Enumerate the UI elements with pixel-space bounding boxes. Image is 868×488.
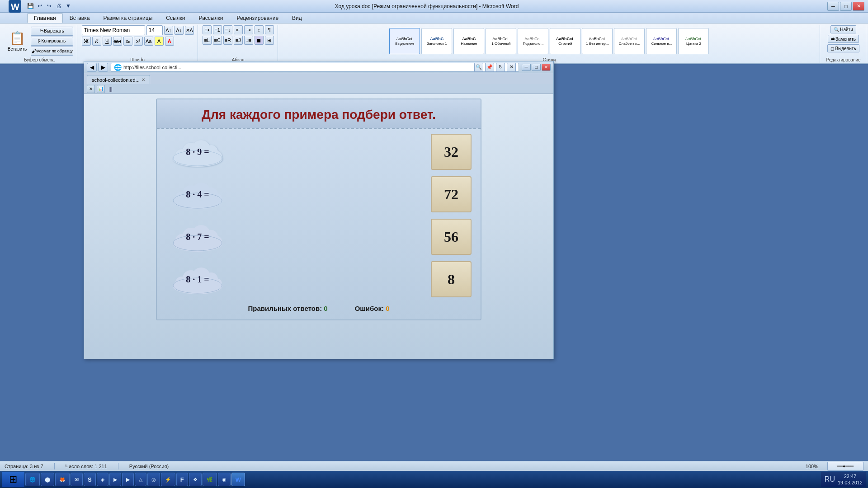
- tab-home[interactable]: Главная: [27, 13, 63, 23]
- app11-icon: ⚡: [165, 477, 171, 483]
- taskbar-app11[interactable]: ⚡: [161, 473, 175, 486]
- highlight-button[interactable]: А: [155, 37, 164, 46]
- qa-redo[interactable]: ↪: [45, 2, 53, 10]
- paste-button[interactable]: 📋 Вставить: [5, 27, 29, 55]
- forward-button[interactable]: ▶: [98, 63, 108, 72]
- grow-font-button[interactable]: A↑: [164, 26, 173, 35]
- superscript-button[interactable]: x²: [134, 37, 143, 46]
- address-bar[interactable]: 🌐 http://files.school-collecti... 🔍 📌 ↻ …: [111, 63, 519, 72]
- toolbar2-btn2[interactable]: 📊: [97, 85, 105, 93]
- underline-button[interactable]: Ч: [103, 37, 112, 46]
- find-button[interactable]: 🔍 Найти: [830, 25, 856, 33]
- strikethrough-button[interactable]: зач: [113, 37, 122, 46]
- browser-tab-1[interactable]: school-collection.ed... ✕: [87, 75, 150, 84]
- bullets-button[interactable]: ≡•: [203, 25, 212, 34]
- style-title[interactable]: AaBbC Название: [453, 28, 484, 54]
- stop-button[interactable]: ✕: [507, 63, 516, 72]
- font-name-input[interactable]: [82, 25, 145, 35]
- justify-button[interactable]: ≡J: [234, 36, 243, 45]
- format-painter-button[interactable]: 🖌 Формат по образцу: [31, 47, 73, 56]
- answer-box-4[interactable]: 8: [431, 261, 472, 297]
- taskbar-app9[interactable]: △: [135, 473, 146, 486]
- italic-button[interactable]: К: [92, 37, 101, 46]
- show-marks-button[interactable]: ¶: [265, 25, 274, 34]
- multilevel-button[interactable]: ≡↓: [223, 25, 232, 34]
- style-subtitle[interactable]: AaBbCcL Подзаголо...: [518, 28, 548, 54]
- taskbar-app14[interactable]: 🌿: [203, 473, 217, 486]
- qa-print[interactable]: 🖨: [55, 2, 63, 10]
- shading-button[interactable]: ◼: [255, 36, 264, 45]
- taskbar-firefox[interactable]: 🦊: [55, 473, 70, 486]
- align-right-button[interactable]: ≡R: [223, 36, 232, 45]
- style-quote2[interactable]: AaBbCcL Цитата 2: [678, 28, 709, 54]
- border-button[interactable]: ⊞: [265, 36, 274, 45]
- browser-minimize[interactable]: ─: [522, 64, 531, 71]
- qa-undo[interactable]: ↩: [36, 2, 44, 10]
- style-strong[interactable]: AaBbCcL Строгий: [550, 28, 580, 54]
- tab1-close[interactable]: ✕: [142, 77, 145, 82]
- search-address-button[interactable]: 🔍: [474, 63, 483, 72]
- browser-maximize[interactable]: □: [532, 64, 541, 71]
- lang-indicator[interactable]: RU: [825, 475, 835, 483]
- taskbar-app7[interactable]: ▶: [109, 473, 121, 486]
- align-left-button[interactable]: ≡L: [203, 36, 212, 45]
- taskbar-chrome[interactable]: ⬤: [41, 473, 54, 486]
- taskbar-app13[interactable]: ❖: [189, 473, 202, 486]
- taskbar-app10[interactable]: ◎: [147, 473, 160, 486]
- answer-box-2[interactable]: 72: [431, 176, 472, 212]
- close-button[interactable]: ✕: [853, 2, 864, 11]
- tab-insert[interactable]: Вставка: [63, 13, 97, 23]
- tab-review[interactable]: Рецензирование: [230, 13, 285, 23]
- sort-button[interactable]: ↕: [255, 25, 264, 34]
- style-highlight[interactable]: AaBbCcL Выделение: [389, 28, 420, 54]
- subscript-button[interactable]: x₂: [123, 37, 132, 46]
- tab-page-layout[interactable]: Разметка страницы: [96, 13, 159, 23]
- start-button[interactable]: ⊞: [2, 472, 24, 487]
- zoom-slider[interactable]: ━━●━━━: [827, 462, 863, 471]
- taskbar-outlook[interactable]: ✉: [71, 473, 83, 486]
- taskbar-ie[interactable]: 🌐: [25, 473, 40, 486]
- decrease-indent-button[interactable]: ⇤: [234, 25, 243, 34]
- qa-save[interactable]: 💾: [26, 2, 34, 10]
- clipboard-label: Буфер обмена: [24, 56, 55, 62]
- maximize-button[interactable]: □: [840, 2, 852, 11]
- browser-close[interactable]: ✕: [542, 64, 551, 71]
- clear-format-button[interactable]: ✕A: [185, 26, 194, 35]
- cut-button[interactable]: ✂ Вырезать: [31, 27, 73, 36]
- minimize-button[interactable]: ─: [827, 2, 839, 11]
- font-size-input[interactable]: [146, 25, 163, 35]
- answer-box-3[interactable]: 56: [431, 219, 472, 255]
- tab-references[interactable]: Ссылки: [159, 13, 192, 23]
- copy-button[interactable]: ⎘ Копировать: [31, 37, 73, 46]
- tab-mailings[interactable]: Рассылки: [192, 13, 230, 23]
- tab-view[interactable]: Вид: [285, 13, 309, 23]
- style-heading1[interactable]: AaBbC Заголовок 1: [421, 28, 452, 54]
- back-button[interactable]: ◀: [87, 63, 97, 72]
- line-spacing-button[interactable]: ↕≡: [244, 36, 253, 45]
- bold-button[interactable]: Ж: [82, 37, 91, 46]
- taskbar-skype[interactable]: S: [84, 473, 96, 486]
- taskbar-word[interactable]: W: [231, 473, 245, 486]
- toolbar2-btn1[interactable]: ✕: [87, 85, 95, 93]
- replace-button[interactable]: ⇄ Заменить: [828, 35, 859, 43]
- style-no-spacing[interactable]: AaBbCcL 1 Без интер...: [582, 28, 613, 54]
- style-strong-em[interactable]: AaBbCcL Сильное в...: [646, 28, 677, 54]
- align-center-button[interactable]: ≡C: [213, 36, 222, 45]
- taskbar-app8[interactable]: ▶: [122, 473, 134, 486]
- toolbar2-label: |||: [108, 86, 113, 92]
- font-color-button[interactable]: А: [165, 37, 174, 46]
- answer-box-1[interactable]: 32: [431, 134, 472, 170]
- taskbar-app12[interactable]: F: [176, 473, 188, 486]
- style-subtle-em[interactable]: AaBbCcL Слабое вы...: [614, 28, 645, 54]
- case-button[interactable]: Аа: [144, 37, 153, 46]
- select-button[interactable]: ◻ Выделить: [827, 44, 859, 52]
- increase-indent-button[interactable]: ⇥: [244, 25, 253, 34]
- taskbar-app15[interactable]: ◉: [218, 473, 231, 486]
- refresh-button[interactable]: ↻: [496, 63, 505, 72]
- shrink-font-button[interactable]: A↓: [175, 26, 184, 35]
- qa-custom[interactable]: ▼: [64, 2, 72, 10]
- numbering-button[interactable]: ≡1: [213, 25, 222, 34]
- style-normal[interactable]: AaBbCcL 1 Обычный: [486, 28, 516, 54]
- taskbar-app6[interactable]: ◈: [97, 473, 108, 486]
- pin-button[interactable]: 📌: [485, 63, 494, 72]
